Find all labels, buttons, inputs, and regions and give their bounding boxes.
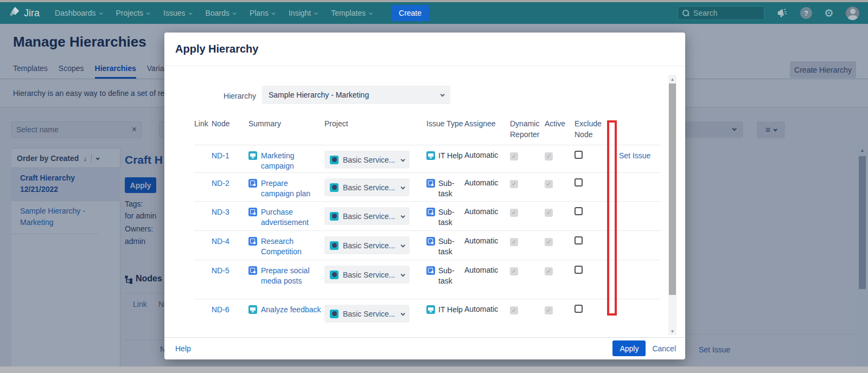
active-checkbox[interactable] bbox=[545, 238, 553, 246]
dynamic-reporter-cell bbox=[510, 266, 545, 299]
nav-item-boards[interactable]: Boards bbox=[206, 9, 235, 17]
dynamic-reporter-cell bbox=[510, 305, 545, 337]
create-button[interactable]: Create bbox=[391, 5, 429, 21]
active-checkbox[interactable] bbox=[545, 209, 553, 217]
table-row: ND-5 Prepare social media posts Basic Se… bbox=[194, 260, 661, 299]
node-link[interactable]: ND-3 bbox=[212, 208, 229, 216]
exclude-node-checkbox[interactable] bbox=[575, 178, 583, 186]
summary-link[interactable]: Purchase advertisement bbox=[261, 207, 320, 228]
nav-item-dashboards[interactable]: Dashboards bbox=[55, 9, 102, 17]
chevron-down-icon bbox=[99, 11, 103, 15]
dynamic-reporter-checkbox[interactable] bbox=[510, 152, 518, 160]
help-link[interactable]: Help bbox=[175, 344, 191, 353]
apply-button[interactable]: Apply bbox=[612, 340, 646, 356]
summary-link[interactable]: Research Competition bbox=[261, 236, 320, 257]
cancel-link[interactable]: Cancel bbox=[652, 344, 676, 353]
project-select[interactable]: Basic Service... bbox=[324, 236, 410, 254]
avatar[interactable] bbox=[846, 7, 859, 20]
nav-item-plans[interactable]: Plans bbox=[250, 9, 275, 17]
node-link[interactable]: ND-4 bbox=[212, 237, 229, 246]
active-cell bbox=[545, 236, 575, 260]
project-avatar-icon bbox=[330, 183, 339, 192]
link-cell bbox=[194, 151, 212, 172]
nav-item-templates[interactable]: Templates bbox=[331, 9, 372, 17]
project-avatar-icon bbox=[330, 271, 339, 279]
chevron-down-icon bbox=[369, 11, 373, 15]
scroll-down-icon[interactable]: ▼ bbox=[668, 329, 676, 334]
exclude-node-cell bbox=[575, 178, 607, 201]
nav-item-label: Issues bbox=[163, 9, 185, 17]
project-select-value: Basic Service... bbox=[343, 271, 395, 279]
node-cell: ND-6 bbox=[212, 305, 248, 337]
project-select-value: Basic Service... bbox=[343, 310, 395, 318]
dynamic-reporter-checkbox[interactable] bbox=[510, 267, 518, 275]
apply-hierarchy-modal: Apply Hierarchy Hierarchy Sample Hierarc… bbox=[164, 33, 685, 359]
screen-edge-top bbox=[0, 0, 868, 2]
search-icon bbox=[682, 10, 689, 16]
summary-link[interactable]: Analyze feedback bbox=[261, 305, 324, 315]
active-checkbox[interactable] bbox=[545, 267, 553, 275]
chevron-down-icon bbox=[400, 185, 405, 189]
modal-scrollbar[interactable]: ▲ ▼ bbox=[668, 75, 676, 335]
help-icon[interactable]: ? bbox=[800, 7, 812, 19]
issue-type-label: Sub-task bbox=[438, 207, 463, 228]
nav-item-label: Boards bbox=[206, 9, 229, 17]
project-select[interactable]: Basic Service... bbox=[324, 266, 410, 284]
node-link[interactable]: ND-5 bbox=[212, 266, 229, 275]
set-issue-link[interactable]: Set Issue bbox=[619, 151, 650, 160]
nav-right: ? ⚙ bbox=[678, 6, 859, 20]
screen: Jira Dashboards Projects Issues Boards P… bbox=[0, 0, 868, 373]
exclude-node-checkbox[interactable] bbox=[575, 236, 583, 245]
nav-item-label: Templates bbox=[331, 9, 366, 17]
summary-cell: Prepare campaign plan bbox=[248, 178, 324, 201]
it-help-icon bbox=[248, 305, 257, 314]
nav-left: Jira Dashboards Projects Issues Boards P… bbox=[9, 5, 429, 21]
node-cell: ND-1 bbox=[212, 151, 248, 172]
project-cell: Basic Service... bbox=[324, 207, 426, 230]
assignee-cell: Automatic bbox=[464, 305, 510, 337]
project-cell: Basic Service... bbox=[324, 266, 426, 299]
exclude-node-checkbox[interactable] bbox=[575, 151, 583, 159]
node-link[interactable]: ND-6 bbox=[212, 305, 229, 314]
summary-link[interactable]: Marketing campaign bbox=[261, 151, 320, 171]
project-select[interactable]: Basic Service... bbox=[324, 207, 410, 225]
dynamic-reporter-checkbox[interactable] bbox=[510, 209, 518, 217]
summary-cell: Purchase advertisement bbox=[248, 207, 324, 230]
jira-logo-icon bbox=[9, 6, 21, 20]
exclude-node-checkbox[interactable] bbox=[575, 266, 583, 274]
hierarchy-select[interactable]: Sample Hierarchy - Marketing bbox=[262, 86, 450, 104]
project-select[interactable]: Basic Service... bbox=[324, 178, 410, 196]
dynamic-reporter-checkbox[interactable] bbox=[510, 180, 518, 188]
summary-link[interactable]: Prepare campaign plan bbox=[261, 178, 320, 199]
node-link[interactable]: ND-2 bbox=[212, 179, 229, 188]
nav-item-issues[interactable]: Issues bbox=[163, 9, 191, 17]
jira-logo[interactable]: Jira bbox=[9, 6, 40, 20]
gear-icon[interactable]: ⚙ bbox=[824, 8, 834, 18]
summary-link[interactable]: Prepare social media posts bbox=[261, 266, 320, 286]
active-checkbox[interactable] bbox=[545, 152, 553, 160]
dynamic-reporter-checkbox[interactable] bbox=[510, 238, 518, 246]
table-row: ND-1 Marketing campaign Basic Service...… bbox=[194, 145, 661, 172]
nav-search-box[interactable] bbox=[678, 6, 764, 20]
project-select[interactable]: Basic Service... bbox=[324, 305, 410, 323]
column-header-assignee: Assignee bbox=[464, 118, 510, 140]
active-checkbox[interactable] bbox=[545, 306, 553, 314]
active-checkbox[interactable] bbox=[545, 180, 553, 188]
modal-scrollbar-thumb[interactable] bbox=[669, 83, 676, 295]
node-cell: ND-3 bbox=[212, 207, 248, 230]
nav-item-projects[interactable]: Projects bbox=[116, 9, 150, 17]
exclude-node-checkbox[interactable] bbox=[575, 305, 583, 313]
node-link[interactable]: ND-1 bbox=[212, 151, 229, 160]
scroll-up-icon[interactable]: ▲ bbox=[668, 75, 676, 82]
nav-item-label: Dashboards bbox=[55, 9, 96, 17]
project-select[interactable]: Basic Service... bbox=[324, 151, 410, 169]
dynamic-reporter-cell bbox=[510, 151, 545, 172]
exclude-node-checkbox[interactable] bbox=[575, 207, 583, 215]
megaphone-icon[interactable] bbox=[776, 8, 788, 18]
issue-type-label: IT Help bbox=[438, 305, 463, 315]
issue-type-cell: Sub-task bbox=[426, 266, 464, 299]
nav-item-insight[interactable]: Insight bbox=[289, 9, 317, 17]
search-input[interactable] bbox=[693, 9, 753, 17]
dynamic-reporter-checkbox[interactable] bbox=[510, 306, 518, 314]
link-cell bbox=[194, 178, 212, 201]
